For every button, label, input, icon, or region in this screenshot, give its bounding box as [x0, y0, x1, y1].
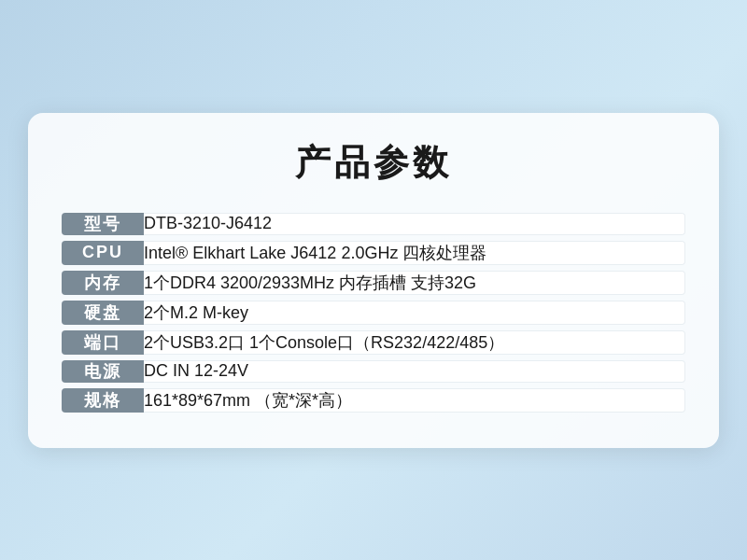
spec-value-4: 2个USB3.2口 1个Console口（RS232/422/485） — [144, 330, 685, 355]
spec-label-2: 内存 — [62, 271, 144, 295]
spec-value-5: DC IN 12-24V — [144, 360, 685, 383]
spec-value-1: Intel® Elkhart Lake J6412 2.0GHz 四核处理器 — [144, 241, 685, 265]
spec-label-4: 端口 — [62, 330, 144, 355]
table-row: CPUIntel® Elkhart Lake J6412 2.0GHz 四核处理… — [62, 241, 685, 265]
spec-label-0: 型号 — [62, 213, 144, 235]
spec-value-3: 2个M.2 M-key — [144, 301, 685, 325]
table-row: 电源DC IN 12-24V — [62, 360, 685, 383]
table-row: 内存1个DDR4 3200/2933MHz 内存插槽 支持32G — [62, 271, 685, 295]
spec-label-3: 硬盘 — [62, 301, 144, 325]
table-row: 硬盘2个M.2 M-key — [62, 301, 685, 325]
spec-value-0: DTB-3210-J6412 — [144, 213, 685, 235]
spec-label-1: CPU — [62, 241, 144, 265]
table-row: 端口2个USB3.2口 1个Console口（RS232/422/485） — [62, 330, 685, 355]
spec-value-2: 1个DDR4 3200/2933MHz 内存插槽 支持32G — [144, 271, 685, 295]
spec-table: 型号DTB-3210-J6412CPUIntel® Elkhart Lake J… — [62, 207, 685, 418]
table-row: 规格161*89*67mm （宽*深*高） — [62, 388, 685, 413]
table-row: 型号DTB-3210-J6412 — [62, 213, 685, 235]
spec-value-6: 161*89*67mm （宽*深*高） — [144, 388, 685, 413]
spec-label-5: 电源 — [62, 360, 144, 383]
page-title: 产品参数 — [62, 139, 685, 187]
product-spec-card: 产品参数 型号DTB-3210-J6412CPUIntel® Elkhart L… — [28, 113, 719, 448]
spec-label-6: 规格 — [62, 388, 144, 413]
